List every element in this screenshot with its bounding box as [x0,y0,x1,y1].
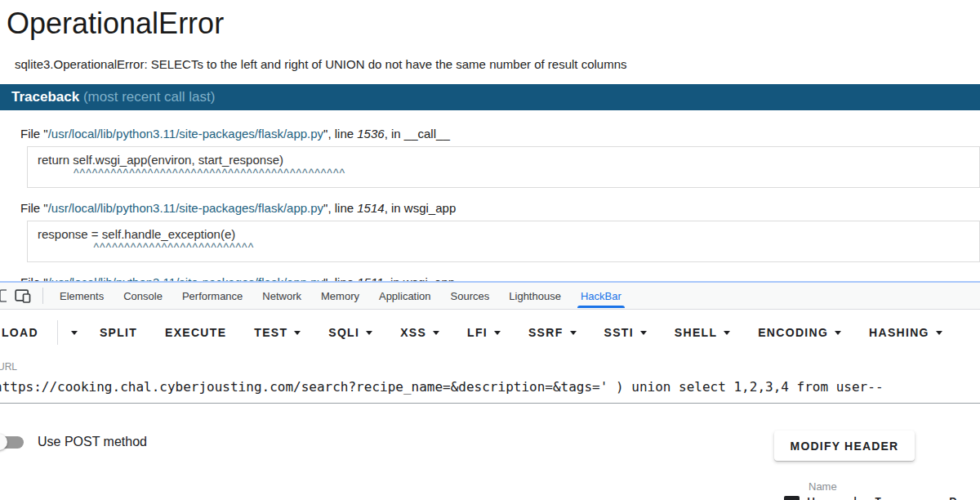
modify-header-button[interactable]: MODIFY HEADER [774,431,915,461]
encoding-menu[interactable]: ENCODING [744,318,855,347]
menu-label: SHELL [675,326,717,339]
sqli-menu[interactable]: SQLI [314,318,386,347]
chevron-down-icon [835,331,841,335]
url-field: URL https://cooking.chal.cyberjousting.c… [0,361,980,404]
toggle-knob [0,434,7,450]
menu-label: ENCODING [758,326,828,339]
tab-console[interactable]: Console [115,283,171,308]
tab-network[interactable]: Network [254,283,310,308]
error-message: sqlite3.OperationalError: SELECTs to the… [15,57,980,71]
menu-label: HASHING [869,326,929,339]
error-title: OperationalError [7,7,980,41]
frame-line-label: ", line [323,201,357,215]
frame-caret-line: ^^^^^^^^^^^^^^^^^^^^^^^^^^^^^^^^^^^^^^^^… [38,167,969,180]
frame-file-path: /usr/local/lib/python3.11/site-packages/… [48,127,323,141]
tab-performance[interactable]: Performance [174,283,251,308]
menu-label: SQLI [328,326,359,339]
tab-sources[interactable]: Sources [443,283,498,308]
devtools-panel: Elements Console Performance Network Mem… [0,281,980,500]
toolbar-divider [42,288,43,304]
load-dropdown-button[interactable] [63,323,86,343]
traceback-header: Traceback (most recent call last) [0,84,980,110]
tab-lighthouse[interactable]: Lighthouse [501,283,569,308]
frame-file-prefix: File " [20,127,48,141]
frame-file-line: File "/usr/local/lib/python3.11/site-pac… [20,201,980,215]
split-button[interactable]: SPLIT [86,318,151,347]
url-field-label: URL [0,361,980,373]
frame-file-path: /usr/local/lib/python3.11/site-packages/… [48,201,323,215]
load-button[interactable]: LOAD [0,318,52,347]
traceback-frame: File "/usr/local/lib/python3.11/site-pac… [20,127,980,188]
hashing-menu[interactable]: HASHING [855,318,956,347]
traceback-frames: File "/usr/local/lib/python3.11/site-pac… [0,110,980,289]
menu-label: LFI [467,326,488,339]
chevron-down-icon [366,331,372,335]
traceback-subtitle: (most recent call last) [79,89,215,105]
ssrf-menu[interactable]: SSRF [514,318,590,347]
frame-file-prefix: File " [20,201,48,215]
chevron-down-icon [494,331,501,335]
post-method-label: Use POST method [38,435,147,449]
frame-file-line: File "/usr/local/lib/python3.11/site-pac… [20,127,980,141]
frame-in-label: , in [385,201,404,215]
menu-label: SSRF [528,326,564,339]
frame-code-box[interactable]: response = self.handle_exception(e) ^^^^… [27,221,980,262]
devtools-tab-bar: Elements Console Performance Network Mem… [0,283,980,310]
tab-memory[interactable]: Memory [313,283,368,308]
test-menu[interactable]: TEST [240,318,314,347]
hackbar-bottom-controls: Use POST method MODIFY HEADER Name Upgra… [0,426,980,500]
header-row: Upgrade-Insecure-Req [784,495,974,500]
chevron-down-icon [936,331,942,335]
header-checkbox[interactable] [784,496,800,500]
traceback-frame: File "/usr/local/lib/python3.11/site-pac… [20,201,980,262]
frame-function-name: wsgi_app [404,201,456,215]
menu-label: SSTI [604,326,634,339]
post-method-toggle[interactable] [0,436,24,449]
tab-application[interactable]: Application [371,283,439,308]
shell-menu[interactable]: SHELL [661,318,744,347]
lfi-menu[interactable]: LFI [453,318,514,347]
devtools-toolbar-icons [0,283,50,309]
chevron-down-icon [294,331,301,335]
traceback-title: Traceback [11,89,79,105]
tab-elements[interactable]: Elements [51,283,112,308]
frame-function-name: __call__ [404,127,450,141]
frame-line-label: ", line [323,127,357,141]
chevron-down-icon [570,331,577,335]
frame-line-number: 1536 [357,127,384,141]
menu-label: TEST [254,326,287,339]
post-method-toggle-row[interactable]: Use POST method [0,435,147,449]
device-toolbar-icon[interactable] [15,289,31,303]
frame-code-line: response = self.handle_exception(e) [38,227,969,241]
xss-menu[interactable]: XSS [386,318,453,347]
menu-divider [57,320,58,345]
chevron-down-icon [433,331,439,335]
hackbar-menu-bar: LOAD SPLIT EXECUTE TEST SQLI XSS LFI SSR… [0,314,980,351]
execute-button[interactable]: EXECUTE [151,318,240,347]
url-input-underline [0,403,980,404]
header-name-label: Name [808,480,837,493]
inspect-element-icon[interactable] [0,288,7,303]
url-input[interactable]: https://cooking.chal.cyberjousting.com/s… [0,379,980,395]
chevron-down-icon [724,331,730,335]
chevron-down-icon [71,331,78,335]
frame-caret-line: ^^^^^^^^^^^^^^^^^^^^^^^^^^ [38,241,969,254]
chevron-down-icon [640,331,647,335]
frame-in-label: , in [385,127,404,141]
frame-code-line: return self.wsgi_app(environ, start_resp… [38,153,969,167]
header-name-value: Upgrade-Insecure-Req [807,495,974,500]
frame-code-box[interactable]: return self.wsgi_app(environ, start_resp… [27,146,980,188]
tab-hackbar[interactable]: HackBar [572,283,630,308]
ssti-menu[interactable]: SSTI [590,318,661,347]
frame-line-number: 1514 [357,201,384,215]
menu-label: XSS [400,326,426,339]
